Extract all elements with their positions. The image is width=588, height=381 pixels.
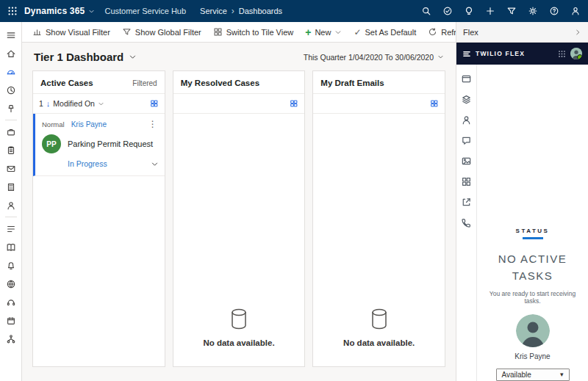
select-records-icon[interactable] — [150, 99, 159, 108]
breadcrumb-page[interactable]: Dashboards — [239, 7, 282, 15]
card-my-resolved-cases: My Resolved Cases No data available. — [173, 70, 306, 367]
search-icon[interactable] — [421, 6, 431, 16]
status-heading: STATUS — [516, 228, 550, 234]
sidebar-item-hierarchy[interactable] — [1, 330, 21, 348]
date-range-label: This Quarter 1/04/2020 To 30/06/2020 — [304, 53, 434, 62]
sidebar-item-accounts[interactable] — [1, 178, 21, 196]
settings-gear-icon[interactable] — [528, 6, 538, 16]
breadcrumb: Service › Dashboards — [200, 6, 282, 16]
sidebar-item-contacts[interactable] — [1, 196, 21, 214]
show-visual-filter-button[interactable]: Show Visual Filter — [26, 22, 116, 42]
sidebar-item-activities[interactable] — [1, 141, 21, 159]
card-title: Active Cases — [40, 79, 93, 87]
status-underline — [523, 237, 543, 239]
sidebar-item-email[interactable] — [1, 159, 21, 178]
twilio-flex-topbar: TWILIO FLEX — [456, 43, 588, 65]
record-count: 1 — [39, 99, 43, 108]
breadcrumb-separator-icon: › — [232, 6, 234, 16]
flex-agent-avatar[interactable] — [570, 48, 582, 59]
app-name[interactable]: Customer Service Hub — [104, 7, 186, 15]
sidebar-item-queues[interactable] — [1, 219, 21, 238]
dashboard-selector[interactable]: Tier 1 Dashboard — [34, 51, 137, 63]
sidebar-item-recent[interactable] — [1, 81, 21, 99]
chevron-down-icon[interactable] — [151, 160, 159, 168]
flex-agents-icon[interactable] — [461, 115, 472, 126]
filtered-badge: Filtered — [132, 79, 157, 87]
presence-dot — [577, 54, 582, 59]
chevron-down-icon — [437, 54, 444, 60]
availability-select[interactable]: Available ▾ — [496, 369, 570, 381]
flex-layers-icon[interactable] — [461, 94, 472, 105]
flex-apps-grid-icon[interactable] — [558, 50, 566, 58]
brand-switcher[interactable]: Dynamics 365 — [24, 6, 95, 16]
case-priority: Normal — [42, 120, 65, 128]
sidebar-item-pinned[interactable] — [1, 99, 21, 117]
sidebar-item-calendar[interactable] — [1, 311, 21, 330]
card-active-cases: Active Cases Filtered 1 ↓ Modified On No… — [32, 70, 165, 367]
flex-icon-rail — [456, 65, 477, 381]
case-title[interactable]: Parking Permit Request — [68, 139, 153, 148]
collapse-panel-icon[interactable] — [574, 29, 581, 36]
left-sidebar — [0, 22, 22, 381]
account-person-icon[interactable] — [570, 6, 581, 16]
case-list-item[interactable]: Normal Kris Payne ⋮ PP Parking Permit Re… — [33, 114, 165, 176]
ready-text: You are ready to start receiving tasks. — [481, 290, 584, 305]
flex-transfer-icon[interactable] — [461, 197, 472, 208]
select-records-icon[interactable] — [290, 99, 298, 108]
top-navbar: Dynamics 365 Customer Service Hub Servic… — [0, 0, 588, 22]
case-status-link[interactable]: In Progress — [68, 159, 107, 168]
card-header: My Draft Emails — [313, 71, 445, 93]
twilio-flex-brand: TWILIO FLEX — [476, 50, 525, 57]
flex-tasks-icon[interactable] — [461, 73, 472, 84]
card-header: My Resolved Cases — [173, 71, 305, 93]
sidebar-item-support[interactable] — [1, 293, 21, 311]
switch-tile-view-button[interactable]: Switch to Tile View — [207, 22, 300, 42]
availability-value: Available — [502, 371, 531, 379]
app-launcher-icon[interactable] — [7, 6, 18, 16]
flex-chat-icon[interactable] — [461, 135, 472, 146]
command-bar: Show Visual Filter Show Global Filter Sw… — [22, 22, 456, 43]
breadcrumb-section[interactable]: Service — [200, 7, 227, 15]
card-my-draft-emails: My Draft Emails No data available. — [312, 70, 445, 367]
help-icon[interactable] — [549, 6, 559, 16]
new-button[interactable]: + New — [299, 22, 348, 42]
task-check-icon[interactable] — [442, 6, 453, 16]
command-label: Show Global Filter — [135, 28, 201, 37]
flex-media-icon[interactable] — [461, 156, 472, 167]
case-title-row: PP Parking Permit Request — [42, 134, 159, 153]
sidebar-item-home[interactable] — [1, 44, 21, 62]
sort-direction-icon[interactable]: ↓ — [46, 99, 51, 108]
command-label: Show Visual Filter — [46, 28, 110, 37]
chevron-down-icon — [334, 29, 342, 36]
new-record-icon[interactable] — [485, 6, 495, 16]
sidebar-item-portals[interactable] — [1, 275, 21, 293]
flex-phone-icon[interactable] — [461, 217, 472, 228]
set-as-default-button[interactable]: ✓ Set As Default — [348, 22, 422, 42]
flex-apps-icon[interactable] — [461, 176, 472, 187]
sidebar-item-notifications[interactable] — [1, 256, 21, 275]
show-global-filter-button[interactable]: Show Global Filter — [116, 22, 207, 42]
card-title: My Resolved Cases — [181, 79, 259, 87]
command-label: New — [315, 28, 331, 37]
date-range-filter[interactable]: This Quarter 1/04/2020 To 30/06/2020 — [304, 53, 444, 62]
more-options-icon[interactable]: ⋮ — [147, 120, 159, 128]
command-label: Set As Default — [365, 28, 417, 37]
navbar-actions — [421, 6, 581, 16]
sidebar-item-cases[interactable] — [1, 123, 21, 141]
case-meta-row: Normal Kris Payne ⋮ — [42, 120, 159, 128]
lightbulb-icon[interactable] — [464, 6, 474, 16]
menu-icon[interactable] — [1, 26, 21, 44]
chevron-down-icon[interactable] — [98, 101, 104, 107]
tile-view-icon — [213, 27, 223, 37]
empty-state: No data available. — [313, 308, 445, 347]
sidebar-item-knowledge[interactable] — [1, 238, 21, 256]
no-data-text: No data available. — [203, 338, 274, 347]
brand-label: Dynamics 365 — [24, 6, 85, 16]
filter-icon[interactable] — [506, 6, 517, 16]
sort-field[interactable]: Modified On — [53, 99, 95, 108]
sidebar-item-dashboards[interactable] — [1, 62, 21, 81]
no-data-text: No data available. — [343, 338, 415, 347]
case-customer-link[interactable]: Kris Payne — [71, 120, 107, 128]
sort-row — [313, 93, 445, 114]
select-records-icon[interactable] — [430, 99, 439, 108]
